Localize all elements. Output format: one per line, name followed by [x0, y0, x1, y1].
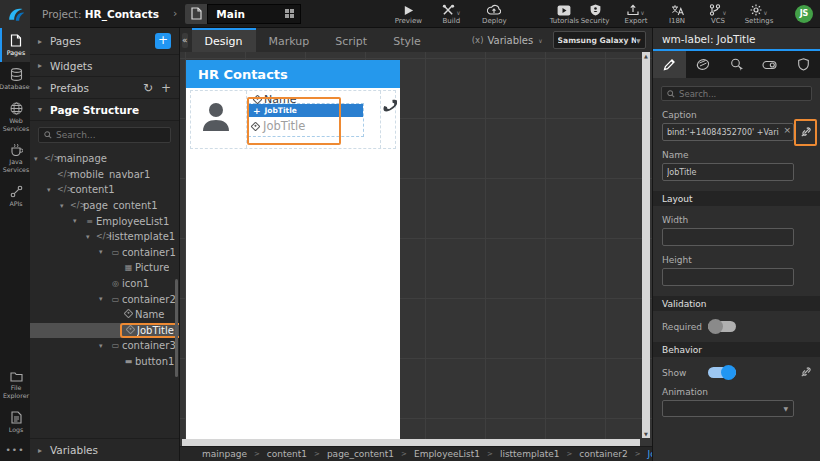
section-prefabs[interactable]: ▸ Prefabs ↻ + [30, 77, 179, 99]
deploy-button[interactable]: Deploy [479, 3, 509, 25]
scroll-up-icon[interactable]: ▲ [644, 53, 648, 59]
required-label: Required [662, 322, 708, 332]
design-canvas[interactable]: HR Contacts Name + JobTitle [180, 52, 652, 446]
scroll-down-icon[interactable]: ▼ [644, 431, 648, 437]
refresh-prefabs-icon[interactable]: ↻ [143, 81, 153, 95]
current-page-name: Main [208, 8, 245, 20]
section-behavior[interactable]: Behavior [653, 342, 820, 357]
properties-search-input[interactable] [679, 89, 806, 99]
canvas-horizontal-scrollbar[interactable] [182, 439, 640, 446]
show-toggle[interactable] [708, 367, 736, 378]
height-input[interactable] [662, 268, 794, 286]
caption-input[interactable] [662, 123, 794, 141]
picture-icon: ▦ [122, 263, 135, 272]
tab-style[interactable]: Style [380, 28, 434, 52]
phone-icon[interactable] [382, 98, 397, 113]
tab-devices[interactable] [753, 51, 786, 78]
tab-markup[interactable]: Markup [256, 28, 323, 52]
tree-item-content1[interactable]: ▾</>content1 [30, 182, 179, 198]
rail-item-apis[interactable]: APIs [0, 179, 30, 213]
tree-item-page-content1[interactable]: ▾</>page_content1 [30, 198, 179, 214]
rail-item-file-explorer[interactable]: File Explorer [0, 365, 30, 405]
tree-item-employeelist1[interactable]: ▾≡EmployeeList1 [30, 213, 179, 229]
page-icon-button[interactable] [185, 4, 207, 24]
jobtitle-label-widget[interactable]: JobTitle [252, 119, 305, 133]
tree-item-button1[interactable]: ▬button1 [30, 354, 179, 370]
required-toggle[interactable] [708, 321, 736, 332]
mobile-navbar-widget[interactable]: HR Contacts [186, 60, 400, 88]
code-icon: </> [57, 185, 70, 194]
rail-item-databases[interactable]: Databases [0, 62, 30, 96]
tree-item-icon1[interactable]: ◎icon1 [30, 276, 179, 292]
tutorials-button[interactable]: Tutorials [549, 3, 579, 25]
variables-dropdown[interactable]: (x) Variables ∨ [472, 28, 543, 52]
security-button[interactable]: Security [580, 3, 610, 25]
rail-item-pages[interactable]: Pages [0, 28, 30, 62]
tree-item-mainpage[interactable]: ▾</>mainpage [30, 151, 179, 167]
section-validation[interactable]: Validation [653, 296, 820, 311]
breadcrumb-item[interactable]: container2 [579, 449, 627, 459]
section-layout[interactable]: Layout [653, 191, 820, 206]
tab-properties[interactable] [653, 51, 686, 78]
section-page-structure[interactable]: ▾ Page Structure [30, 99, 179, 121]
rail-item-web-services[interactable]: Web Services [0, 96, 30, 138]
tab-security[interactable] [787, 51, 820, 78]
breadcrumb-item[interactable]: content1 [267, 449, 307, 459]
add-prefab-icon[interactable]: + [161, 81, 171, 95]
vcs-button[interactable]: ∨ VCS [703, 3, 733, 25]
rail-more-icon[interactable]: ••• [0, 439, 30, 461]
device-page[interactable]: HR Contacts Name + JobTitle [186, 60, 400, 442]
tree-item-container1[interactable]: ▾▭container1 [30, 245, 179, 261]
tab-design[interactable]: Design [192, 28, 256, 52]
collapse-left-panel-button[interactable]: « [182, 33, 188, 48]
animation-select[interactable]: ▼ [662, 400, 794, 417]
pages-grid-icon[interactable] [285, 9, 294, 18]
tree-item-listtemplate1[interactable]: ▾</>listtemplate1 [30, 229, 179, 245]
bind-show-button[interactable] [800, 367, 811, 378]
tree-item-container2[interactable]: ▾▭container2 [30, 291, 179, 307]
tree-item-mobile-navbar1[interactable]: </>mobile_navbar1 [30, 167, 179, 183]
tree-scrollbar[interactable] [175, 279, 178, 377]
wavemaker-logo[interactable] [0, 0, 30, 28]
bind-caption-button[interactable] [798, 125, 813, 140]
clear-caption-icon[interactable]: × [783, 126, 791, 135]
tree-item-jobtitle[interactable]: JobTitle [30, 323, 179, 339]
canvas-vertical-scrollbar[interactable]: ▲▼ [642, 52, 650, 438]
section-variables[interactable]: ▸ Variables [30, 438, 179, 461]
preview-button[interactable]: Preview [393, 3, 423, 25]
tree-item-name[interactable]: Name [30, 307, 179, 323]
button-icon: ▬ [122, 357, 135, 366]
add-page-button[interactable]: + [155, 33, 171, 49]
breadcrumb-item[interactable]: page_content1 [327, 449, 394, 459]
current-page-select[interactable]: Main [207, 4, 301, 24]
tab-styles[interactable] [686, 51, 719, 78]
build-button[interactable]: ∨ Build [436, 3, 466, 25]
settings-button[interactable]: ∨ Settings [744, 3, 774, 25]
export-button[interactable]: ∨ Export [621, 3, 651, 25]
collapse-arrow-icon: ▸ [38, 61, 50, 70]
breadcrumb-item[interactable]: listtemplate1 [500, 449, 560, 459]
width-input[interactable] [662, 228, 794, 246]
pages-panel: ▸ Pages + ▸ Widgets ▸ Prefabs ↻ + ▾ Page… [30, 28, 180, 461]
user-avatar[interactable]: JS [795, 5, 813, 23]
picture-person-icon[interactable] [200, 100, 232, 134]
page-structure-tree: ▾</>mainpage </>mobile_navbar1 ▾</>conte… [30, 149, 179, 438]
tag-icon [251, 121, 261, 131]
tree-item-container3[interactable]: ▾▭container3 [30, 338, 179, 354]
i18n-translate-icon [671, 4, 684, 16]
tree-item-picture[interactable]: ▦Picture [30, 260, 179, 276]
bind-link-icon [800, 127, 811, 138]
page-icon [191, 7, 202, 20]
breadcrumb-item[interactable]: EmployeeList1 [414, 449, 480, 459]
breadcrumb-item[interactable]: mainpage [202, 449, 247, 459]
tab-events[interactable] [720, 51, 753, 78]
name-input[interactable] [662, 163, 794, 181]
section-pages[interactable]: ▸ Pages + [30, 28, 179, 55]
tab-script[interactable]: Script [322, 28, 380, 52]
i18n-button[interactable]: I18N [662, 3, 692, 25]
section-widgets[interactable]: ▸ Widgets [30, 55, 179, 77]
rail-item-java-services[interactable]: Java Services [0, 137, 30, 179]
device-select[interactable]: Samsung Galaxy Note III ▼ [553, 31, 646, 49]
structure-search-input[interactable] [56, 130, 165, 140]
rail-item-logs[interactable]: Logs [0, 405, 30, 439]
